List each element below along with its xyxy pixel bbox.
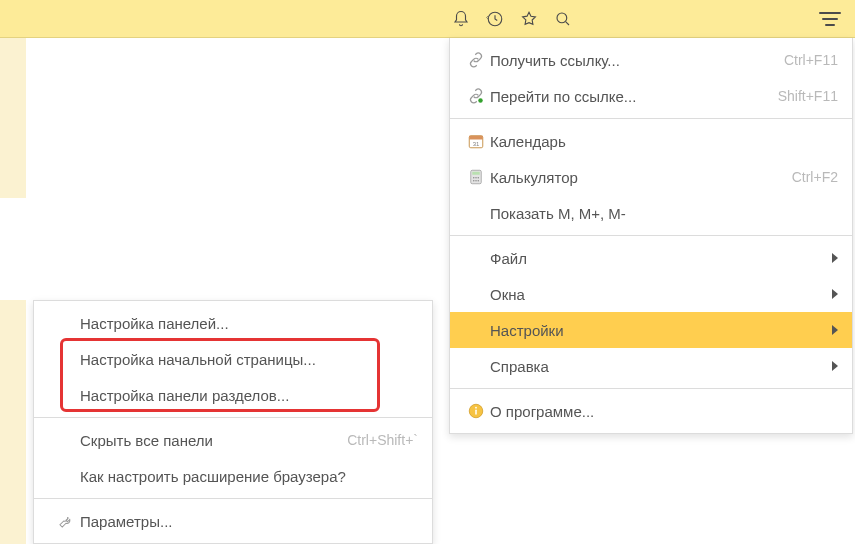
menu-label: Калькулятор [490, 169, 792, 186]
calculator-icon [462, 168, 490, 186]
star-icon[interactable] [520, 10, 538, 28]
menu-item-show-m[interactable]: Показать M, M+, M- [450, 195, 852, 231]
menu-label: Окна [490, 286, 824, 303]
chevron-right-icon [832, 253, 838, 263]
submenu-separator [34, 417, 432, 418]
svg-rect-7 [472, 172, 480, 175]
svg-point-16 [475, 407, 477, 409]
left-bg-strip-lower [0, 300, 26, 544]
svg-point-11 [473, 180, 475, 182]
menu-separator [450, 118, 852, 119]
bell-icon[interactable] [452, 10, 470, 28]
menu-item-calculator[interactable]: Калькулятор Ctrl+F2 [450, 159, 852, 195]
menu-item-calendar[interactable]: 31 Календарь [450, 123, 852, 159]
link-go-icon [462, 87, 490, 105]
submenu-label: Как настроить расширение браузера? [80, 468, 418, 485]
calendar-icon: 31 [462, 132, 490, 150]
info-icon [462, 402, 490, 420]
submenu-item-sections-panel[interactable]: Настройка панели разделов... [34, 377, 432, 413]
toolbar [0, 0, 855, 38]
chevron-right-icon [832, 289, 838, 299]
hamburger-icon[interactable] [819, 10, 841, 28]
menu-separator [450, 388, 852, 389]
svg-rect-15 [475, 410, 477, 415]
submenu-item-how-to-configure[interactable]: Как настроить расширение браузера? [34, 458, 432, 494]
submenu-item-parameters[interactable]: Параметры... [34, 503, 432, 539]
menu-item-about[interactable]: О программе... [450, 393, 852, 429]
svg-text:31: 31 [473, 141, 480, 147]
search-icon[interactable] [554, 10, 572, 28]
menu-shortcut: Ctrl+F2 [792, 169, 838, 185]
menu-item-settings[interactable]: Настройки [450, 312, 852, 348]
menu-label: О программе... [490, 403, 838, 420]
menu-label: Файл [490, 250, 824, 267]
submenu-shortcut: Ctrl+Shift+` [347, 432, 418, 448]
menu-label: Календарь [490, 133, 838, 150]
menu-label: Настройки [490, 322, 824, 339]
menu-item-windows[interactable]: Окна [450, 276, 852, 312]
submenu-item-panels[interactable]: Настройка панелей... [34, 305, 432, 341]
left-bg-strip [0, 38, 26, 198]
svg-point-8 [473, 177, 475, 179]
history-icon[interactable] [486, 10, 504, 28]
svg-rect-4 [469, 136, 483, 140]
menu-item-go-link[interactable]: Перейти по ссылке... Shift+F11 [450, 78, 852, 114]
menu-shortcut: Shift+F11 [778, 88, 838, 104]
submenu-label: Настройка панелей... [80, 315, 418, 332]
submenu-label: Настройка панели разделов... [80, 387, 418, 404]
svg-point-13 [478, 180, 480, 182]
submenu-item-hide-all[interactable]: Скрыть все панели Ctrl+Shift+` [34, 422, 432, 458]
menu-separator [450, 235, 852, 236]
svg-point-12 [475, 180, 477, 182]
menu-item-help[interactable]: Справка [450, 348, 852, 384]
submenu-separator [34, 498, 432, 499]
menu-label: Перейти по ссылке... [490, 88, 778, 105]
menu-item-file[interactable]: Файл [450, 240, 852, 276]
wrench-icon [52, 512, 80, 530]
submenu-item-start-page[interactable]: Настройка начальной страницы... [34, 341, 432, 377]
svg-point-10 [478, 177, 480, 179]
chevron-right-icon [832, 325, 838, 335]
settings-submenu: Настройка панелей... Настройка начальной… [33, 300, 433, 544]
menu-label: Показать M, M+, M- [490, 205, 838, 222]
main-menu: Получить ссылку... Ctrl+F11 Перейти по с… [449, 38, 853, 434]
menu-label: Получить ссылку... [490, 52, 784, 69]
submenu-label: Настройка начальной страницы... [80, 351, 418, 368]
toolbar-icon-group [452, 10, 572, 28]
submenu-label: Скрыть все панели [80, 432, 347, 449]
svg-point-9 [475, 177, 477, 179]
menu-label: Справка [490, 358, 824, 375]
submenu-label: Параметры... [80, 513, 418, 530]
link-icon [462, 51, 490, 69]
svg-point-1 [557, 13, 567, 23]
svg-point-2 [478, 98, 483, 103]
menu-item-get-link[interactable]: Получить ссылку... Ctrl+F11 [450, 42, 852, 78]
chevron-right-icon [832, 361, 838, 371]
menu-shortcut: Ctrl+F11 [784, 52, 838, 68]
